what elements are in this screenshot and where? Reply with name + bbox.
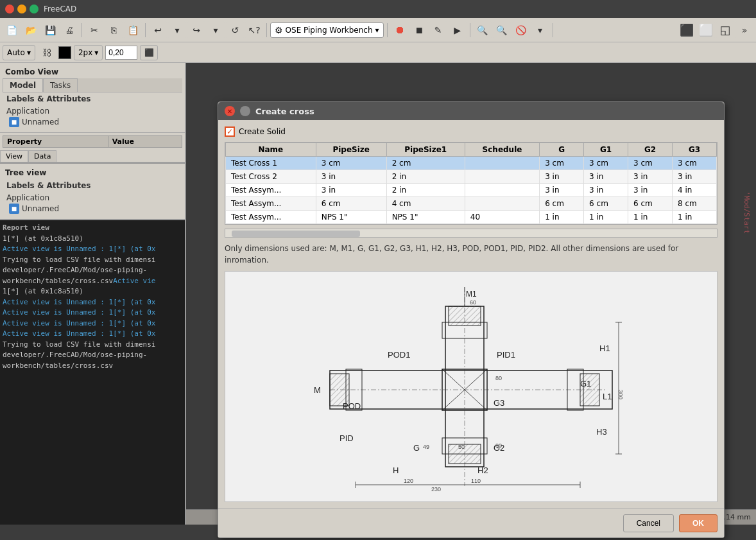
horizontal-scrollbar[interactable] <box>225 229 717 238</box>
copy-button[interactable]: ⎘ <box>105 21 123 39</box>
svg-text:80: 80 <box>495 375 502 381</box>
rv-line-7: Active view is Unnamed : 1[*] (at 0x <box>3 308 182 318</box>
svg-text:230: 230 <box>431 486 441 492</box>
tab-model[interactable]: Model <box>3 78 43 92</box>
close-dot[interactable] <box>5 4 14 13</box>
table-row[interactable]: Test Assym...3 in2 in3 in3 in3 in4 in <box>226 184 717 197</box>
paste-button[interactable]: 📋 <box>124 21 142 39</box>
col-schedule: Schedule <box>465 143 539 157</box>
table-cell: 3 in <box>584 170 628 184</box>
pattern-button[interactable]: ⬛ <box>140 45 158 60</box>
table-cell: 1 in <box>672 211 716 224</box>
tree-app-section: Application ■ Unnamed <box>3 192 182 216</box>
workbench-selector[interactable]: ⚙ OSE Piping Workbench ▾ <box>270 22 384 38</box>
table-row[interactable]: Test Cross 23 in2 in3 in3 in3 in3 in <box>226 170 717 184</box>
tab-view[interactable]: View <box>0 150 28 162</box>
style-toolbar: Auto ▾ ⛓ 2px ▾ ⬛ <box>0 42 756 63</box>
table-cell <box>465 157 539 170</box>
undo-arrow[interactable]: ▾ <box>168 21 186 39</box>
play-button[interactable]: ▶ <box>449 21 467 39</box>
rv-line-2: Trying to load CSV file with dimensi <box>3 255 182 266</box>
table-cell: 6 cm <box>584 197 628 211</box>
open-file-button[interactable]: 📂 <box>22 21 40 39</box>
color-swatch[interactable] <box>58 46 71 59</box>
toolbar-separator-6 <box>553 23 553 37</box>
svg-text:L1: L1 <box>603 392 612 401</box>
zoom-button[interactable]: 🔍 <box>474 21 492 39</box>
svg-text:H3: H3 <box>596 427 607 437</box>
number-input[interactable] <box>105 46 137 60</box>
edit-button[interactable]: ✎ <box>429 21 447 39</box>
cancel-button[interactable]: Cancel <box>623 514 674 532</box>
cut-button[interactable]: ✂ <box>85 21 103 39</box>
maximize-dot[interactable] <box>30 4 39 13</box>
table-header-row: Name PipeSize PipeSize1 Schedule G G1 G2… <box>226 143 717 157</box>
redo-arrow[interactable]: ▾ <box>207 21 225 39</box>
no-entry-button[interactable]: 🚫 <box>512 21 530 39</box>
unnamed-item: ■ Unnamed <box>6 116 178 128</box>
table-cell: 4 cm <box>386 197 465 211</box>
auto-dropdown-icon: ▾ <box>27 48 31 57</box>
3d-top-button[interactable]: ⬜ <box>697 21 715 39</box>
table-cell: Test Assym... <box>226 197 316 211</box>
rv-line-10: Trying to load CSV file with dimensi <box>3 340 182 351</box>
create-solid-row: Create Solid <box>225 126 717 137</box>
tree-app-label: Application <box>6 193 178 202</box>
property-table: Property Value <box>3 135 182 148</box>
svg-text:60: 60 <box>470 299 476 306</box>
svg-text:G3: G3 <box>494 398 504 408</box>
minimize-dot[interactable] <box>17 4 26 13</box>
dialog-minimize-button[interactable] <box>240 106 250 116</box>
rv-line-3: developer/.FreeCAD/Mod/ose-piping- <box>3 265 182 276</box>
more-button[interactable]: ▾ <box>531 21 549 39</box>
table-row[interactable]: Test Assym...6 cm4 cm6 cm6 cm6 cm8 cm <box>226 197 717 211</box>
svg-text:POD1: POD1 <box>388 350 410 360</box>
3d-right-button[interactable]: ◱ <box>716 21 734 39</box>
table-row[interactable]: Test Assym...NPS 1"NPS 1"401 in1 in1 in1… <box>226 211 717 224</box>
table-cell: 3 in <box>316 184 386 197</box>
tab-tasks[interactable]: Tasks <box>43 78 78 92</box>
table-cell: Test Assym... <box>226 184 316 197</box>
dialog-titlebar: ✕ Create cross <box>218 102 724 120</box>
create-solid-checkbox[interactable] <box>225 126 235 137</box>
tree-unnamed-item: ■ Unnamed <box>6 202 178 215</box>
svg-text:300: 300 <box>617 390 624 399</box>
line-width-selector[interactable]: 2px ▾ <box>74 45 103 60</box>
save-file-button[interactable]: 💾 <box>41 21 59 39</box>
table-cell: 2 in <box>386 170 465 184</box>
dialog-close-button[interactable]: ✕ <box>225 106 235 116</box>
pipe-data-table-container[interactable]: Name PipeSize PipeSize1 Schedule G G1 G2… <box>225 142 717 225</box>
print-button[interactable]: 🖨 <box>60 21 78 39</box>
table-row[interactable]: Test Cross 13 cm2 cm3 cm3 cm3 cm3 cm <box>226 157 717 170</box>
main-layout: Combo View Model Tasks Labels & Attribut… <box>0 63 756 525</box>
table-cell: 3 in <box>628 184 673 197</box>
toolbar-separator-5 <box>470 23 470 37</box>
table-cell: 2 cm <box>386 157 465 170</box>
ok-button[interactable]: OK <box>679 514 717 532</box>
tree-view-section: Tree view Labels & Attributes Applicatio… <box>0 162 185 219</box>
svg-text:POD: POD <box>343 401 361 411</box>
right-panel: 'Mod/Start 5.06 x 4.14 mm ✕ Create cross <box>186 63 756 525</box>
redo-button[interactable]: ↪ <box>187 21 205 39</box>
auto-button[interactable]: Auto ▾ <box>3 45 35 60</box>
3d-more-button[interactable]: » <box>735 21 753 39</box>
main-toolbar: 📄 📂 💾 🖨 ✂ ⎘ 📋 ↩ ▾ ↪ ▾ ↺ ↖? ⚙ OSE Piping … <box>0 18 756 42</box>
stop-button[interactable]: ⏹ <box>410 21 428 39</box>
rv-line-9: Active view is Unnamed : 1[*] (at 0x <box>3 329 182 340</box>
3d-front-button[interactable]: ⬛ <box>678 21 696 39</box>
refresh-button[interactable]: ↺ <box>226 21 244 39</box>
combo-view-tabs: Model Tasks <box>3 78 182 92</box>
new-file-button[interactable]: 📄 <box>3 21 21 39</box>
tree-unnamed-label: Unnamed <box>22 204 59 213</box>
table-cell: 1 in <box>540 211 584 224</box>
table-cell: 3 cm <box>628 157 673 170</box>
rv-line-12: workbench/tables/cross.csv <box>3 361 182 372</box>
tab-data[interactable]: Data <box>28 150 56 162</box>
style-toggle[interactable]: ⛓ <box>38 44 56 62</box>
search-button[interactable]: 🔍 <box>493 21 511 39</box>
table-cell: 4 in <box>672 184 716 197</box>
table-cell <box>465 184 539 197</box>
record-button[interactable]: ⏺ <box>391 21 409 39</box>
pointer-button[interactable]: ↖? <box>245 21 263 39</box>
undo-button[interactable]: ↩ <box>149 21 167 39</box>
